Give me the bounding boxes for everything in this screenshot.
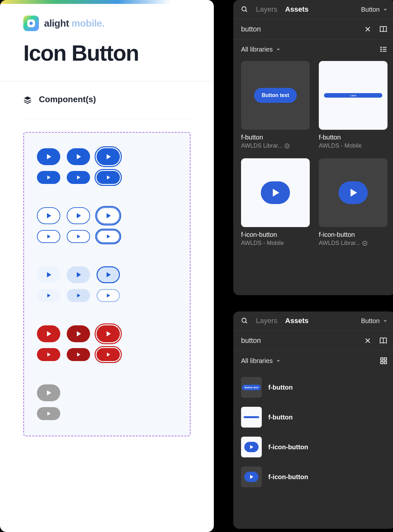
icon-button-disabled-sm[interactable] bbox=[37, 407, 60, 420]
variant-group-soft bbox=[37, 266, 177, 302]
icon-button-primary[interactable] bbox=[37, 148, 60, 165]
bar-button-preview: Label bbox=[324, 93, 382, 98]
icon-button-danger[interactable] bbox=[37, 325, 60, 342]
figma-assets-panel-grid: Layers Assets Button button All librarie… bbox=[233, 0, 393, 295]
icon-button-soft-sm[interactable] bbox=[37, 289, 60, 302]
figma-assets-panel-list: Layers Assets Button button All librarie… bbox=[233, 311, 393, 529]
chevron-down-icon bbox=[276, 358, 281, 363]
icon-button-primary-sm-focus[interactable] bbox=[97, 171, 120, 184]
asset-list-row[interactable]: Button textf-button bbox=[241, 372, 387, 402]
icon-button-danger-sm-focus[interactable] bbox=[97, 348, 120, 361]
icon-button-soft-focus[interactable] bbox=[97, 266, 120, 283]
tab-layers[interactable]: Layers bbox=[256, 5, 277, 14]
brand-logo-mark bbox=[23, 16, 39, 31]
asset-list-row[interactable]: f-icon-button bbox=[241, 462, 387, 492]
variant-group-primary bbox=[37, 148, 177, 184]
icon-button-primary-sm[interactable] bbox=[37, 171, 60, 184]
icon-button-primary-sm-hover[interactable] bbox=[67, 171, 90, 184]
gradient-accent-bar bbox=[0, 0, 214, 4]
asset-thumbnail bbox=[241, 407, 262, 428]
search-input[interactable]: button bbox=[241, 25, 364, 33]
tab-assets[interactable]: Assets bbox=[285, 5, 308, 14]
icon-button-disabled[interactable] bbox=[37, 384, 60, 401]
asset-tile[interactable]: f-icon-buttonAWLDS - Mobile bbox=[241, 158, 310, 247]
play-icon: Button text bbox=[254, 88, 297, 103]
documentation-card: alight mobile. Icon Button Component(s) bbox=[0, 0, 214, 532]
search-input[interactable]: button bbox=[241, 336, 364, 345]
chevron-down-icon bbox=[383, 319, 387, 323]
page-title: Icon Button bbox=[23, 40, 191, 66]
section-title: Component(s) bbox=[39, 94, 96, 104]
icon-button-primary-hover[interactable] bbox=[67, 148, 90, 165]
icon-button-primary-focus[interactable] bbox=[97, 148, 120, 165]
verified-check-icon bbox=[284, 143, 290, 149]
asset-library-label: AWLDS - Mobile bbox=[319, 142, 387, 149]
asset-list-row[interactable]: f-icon-button bbox=[241, 432, 387, 462]
clear-search-icon[interactable] bbox=[364, 26, 371, 33]
svg-rect-19 bbox=[381, 358, 383, 360]
asset-name: f-button bbox=[268, 414, 293, 421]
chevron-down-icon bbox=[276, 47, 281, 52]
variant-group-disabled bbox=[37, 384, 177, 420]
library-filter-dropdown[interactable]: All libraries bbox=[241, 357, 281, 365]
icon-button-soft-sm-focus[interactable] bbox=[97, 289, 120, 302]
page-dropdown[interactable]: Button bbox=[361, 317, 387, 325]
svg-point-10 bbox=[381, 51, 381, 52]
tab-assets[interactable]: Assets bbox=[285, 317, 308, 325]
search-icon[interactable] bbox=[241, 317, 248, 324]
library-book-icon[interactable] bbox=[379, 336, 387, 345]
svg-point-8 bbox=[381, 49, 381, 50]
play-icon bbox=[261, 181, 290, 204]
search-icon[interactable] bbox=[241, 6, 248, 13]
asset-library-label: AWLDS Librar... bbox=[319, 240, 387, 247]
icon-button-danger-sm-hover[interactable] bbox=[67, 348, 90, 361]
tab-layers[interactable]: Layers bbox=[256, 317, 277, 325]
grid-view-toggle-icon[interactable] bbox=[380, 357, 387, 365]
icon-button-outline-sm[interactable] bbox=[37, 230, 60, 243]
clear-search-icon[interactable] bbox=[364, 337, 371, 344]
library-filter-dropdown[interactable]: All libraries bbox=[241, 46, 281, 53]
component-variants-frame bbox=[23, 132, 191, 436]
icon-button-soft-sm-hover[interactable] bbox=[67, 289, 90, 302]
asset-name: f-button bbox=[241, 134, 310, 141]
svg-rect-22 bbox=[384, 361, 387, 364]
icon-button-outline-hover[interactable] bbox=[67, 207, 90, 224]
asset-tile[interactable]: Button textf-buttonAWLDS Librar... bbox=[241, 61, 310, 149]
chevron-down-icon bbox=[383, 7, 387, 12]
asset-name: f-icon-button bbox=[241, 231, 310, 238]
asset-thumbnail bbox=[241, 466, 262, 487]
layers-icon bbox=[23, 96, 31, 103]
icon-button-soft[interactable] bbox=[37, 266, 60, 283]
asset-name: f-button bbox=[319, 134, 387, 141]
library-book-icon[interactable] bbox=[379, 25, 387, 33]
icon-button-outline[interactable] bbox=[37, 207, 60, 224]
icon-button-outline-sm-hover[interactable] bbox=[67, 230, 90, 243]
svg-line-15 bbox=[246, 322, 247, 323]
brand-logo-text: alight mobile. bbox=[44, 18, 104, 29]
list-view-toggle-icon[interactable] bbox=[380, 45, 387, 53]
variant-group-danger bbox=[37, 325, 177, 361]
asset-name: f-icon-button bbox=[268, 473, 308, 481]
asset-tile[interactable]: Labelf-buttonAWLDS - Mobile bbox=[319, 61, 387, 149]
divider bbox=[23, 119, 191, 119]
svg-marker-0 bbox=[24, 96, 31, 100]
play-icon bbox=[339, 181, 368, 204]
icon-button-outline-focus[interactable] bbox=[97, 207, 120, 224]
asset-thumbnail bbox=[241, 437, 262, 457]
svg-point-14 bbox=[242, 318, 246, 322]
asset-thumbnail: Label bbox=[319, 61, 387, 130]
icon-button-danger-focus[interactable] bbox=[97, 325, 120, 342]
icon-button-danger-hover[interactable] bbox=[67, 325, 90, 342]
icon-button-danger-sm[interactable] bbox=[37, 348, 60, 361]
asset-list-row[interactable]: f-button bbox=[241, 402, 387, 432]
asset-thumbnail: Button text bbox=[241, 377, 262, 398]
section-header: Component(s) bbox=[23, 94, 191, 104]
page-dropdown[interactable]: Button bbox=[361, 6, 387, 13]
asset-thumbnail: Button text bbox=[241, 61, 310, 130]
asset-tile[interactable]: f-icon-buttonAWLDS Librar... bbox=[319, 158, 387, 247]
verified-check-icon bbox=[362, 241, 367, 246]
icon-button-outline-sm-focus[interactable] bbox=[97, 230, 120, 243]
icon-button-soft-hover[interactable] bbox=[67, 266, 90, 283]
asset-name: f-icon-button bbox=[268, 443, 308, 451]
asset-thumbnail bbox=[319, 158, 387, 227]
